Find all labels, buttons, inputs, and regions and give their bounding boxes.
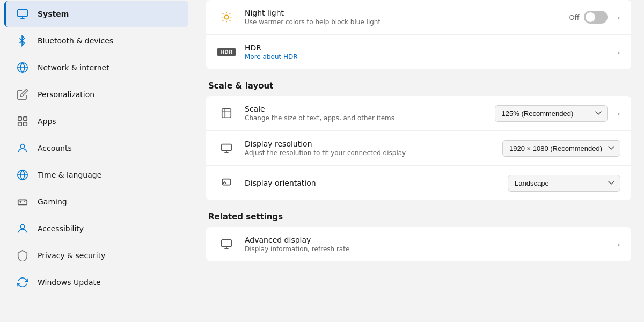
sidebar-item-gaming[interactable]: Gaming: [4, 189, 188, 215]
scale-layout-card: Scale Change the size of text, apps, and…: [206, 96, 631, 200]
svg-rect-10: [222, 109, 231, 118]
row-title: Advanced display: [245, 236, 613, 244]
sidebar-item-label: Network & internet: [38, 63, 109, 72]
dropdown-display-resolution[interactable]: 1920 × 1080 (Recommended)1280 × 7201600 …: [502, 140, 620, 157]
toggle-switch[interactable]: [584, 11, 608, 24]
row-text: Display orientation: [245, 179, 508, 187]
orientation-icon: [217, 173, 236, 193]
chevron-right-icon: ›: [617, 108, 620, 119]
row-subtitle: More about HDR: [245, 53, 613, 61]
row-text: Night light Use warmer colors to help bl…: [245, 9, 569, 26]
shield-icon: [15, 248, 30, 263]
row-title: Display orientation: [245, 179, 508, 187]
row-title: HDR: [245, 43, 613, 52]
sidebar-item-apps[interactable]: Apps: [4, 108, 188, 134]
row-control[interactable]: LandscapePortraitLandscape (flipped)Port…: [508, 175, 620, 192]
row-text: Advanced display Display information, re…: [245, 236, 613, 253]
sidebar-item-update[interactable]: Windows Update: [4, 269, 188, 295]
hdr-icon: HDR: [217, 42, 236, 62]
pencil-icon: [15, 87, 30, 102]
sidebar-item-label: Accessibility: [38, 224, 84, 233]
svg-rect-12: [223, 179, 231, 185]
apps-icon: [15, 114, 30, 129]
monitor-icon: [15, 6, 30, 21]
related-settings-header: Related settings: [206, 202, 631, 227]
sidebar-item-accessibility[interactable]: Accessibility: [4, 216, 188, 241]
refresh-icon: [15, 275, 30, 290]
monitor-small-icon: [217, 138, 236, 158]
person-icon: [15, 221, 30, 236]
chevron-right-icon: ›: [617, 47, 620, 57]
main-content: Night light Use warmer colors to help bl…: [193, 0, 644, 322]
row-subtitle: Adjust the resolution to fit your connec…: [245, 149, 502, 157]
row-text: Scale Change the size of text, apps, and…: [245, 105, 495, 122]
svg-rect-11: [222, 144, 231, 151]
sidebar-item-label: Gaming: [38, 197, 67, 206]
person-icon: [15, 141, 30, 156]
row-title: Display resolution: [245, 140, 502, 148]
svg-rect-5: [24, 122, 27, 126]
bluetooth-icon: [15, 33, 30, 48]
row-control[interactable]: 1920 × 1080 (Recommended)1280 × 7201600 …: [502, 140, 620, 157]
related-settings-card: Advanced display Display information, re…: [206, 227, 631, 261]
dropdown-display-orientation[interactable]: LandscapePortraitLandscape (flipped)Port…: [508, 175, 620, 192]
svg-rect-2: [18, 117, 21, 120]
resize-icon: [217, 104, 236, 123]
chevron-right-icon: ›: [617, 239, 620, 250]
row-subtitle: Change the size of text, apps, and other…: [245, 114, 495, 122]
sidebar-item-label: Privacy & security: [38, 251, 105, 260]
setting-row-advanced-display[interactable]: Advanced display Display information, re…: [206, 227, 631, 261]
row-subtitle: Display information, refresh rate: [245, 245, 613, 253]
sun-icon: [217, 8, 236, 27]
sidebar-item-label: Time & language: [38, 171, 101, 179]
sidebar-item-label: Windows Update: [38, 278, 101, 287]
svg-point-6: [20, 144, 24, 148]
row-text: HDR More about HDR: [245, 43, 613, 61]
svg-point-9: [224, 15, 228, 19]
sidebar-item-label: System: [38, 10, 69, 18]
globe-icon: [15, 60, 30, 75]
sidebar-item-network[interactable]: Network & internet: [4, 55, 188, 80]
setting-row-hdr[interactable]: HDR HDR More about HDR ›: [206, 35, 631, 69]
setting-row-night-light[interactable]: Night light Use warmer colors to help bl…: [206, 0, 631, 35]
row-subtitle: Use warmer colors to help block blue lig…: [245, 18, 569, 26]
svg-point-8: [20, 225, 24, 229]
sidebar-item-time[interactable]: Time & language: [4, 162, 188, 188]
sidebar-item-label: Personalization: [38, 90, 94, 99]
sidebar-item-label: Accounts: [38, 144, 72, 152]
row-title: Night light: [245, 9, 569, 17]
sidebar-item-label: Apps: [38, 117, 56, 126]
top-settings-card: Night light Use warmer colors to help bl…: [206, 0, 631, 69]
svg-rect-13: [222, 240, 231, 247]
sidebar-item-accounts[interactable]: Accounts: [4, 135, 188, 161]
dropdown-scale[interactable]: 100%125% (Recommended)150%175%: [495, 105, 608, 122]
sidebar-item-personalization[interactable]: Personalization: [4, 82, 188, 107]
row-text: Display resolution Adjust the resolution…: [245, 140, 502, 157]
svg-rect-0: [18, 10, 27, 17]
monitor-outline-icon: [217, 235, 236, 254]
svg-rect-4: [18, 122, 21, 126]
svg-rect-3: [24, 117, 27, 120]
sidebar: System Bluetooth & devices Network & int…: [0, 0, 193, 322]
setting-row-display-orientation[interactable]: Display orientation LandscapePortraitLan…: [206, 166, 631, 200]
sidebar-item-system[interactable]: System: [4, 1, 188, 27]
sidebar-item-privacy[interactable]: Privacy & security: [4, 243, 188, 268]
setting-row-display-resolution[interactable]: Display resolution Adjust the resolution…: [206, 131, 631, 166]
row-control[interactable]: 100%125% (Recommended)150%175% ›: [495, 105, 620, 122]
chevron-right-icon: ›: [617, 12, 620, 23]
row-control[interactable]: Off ›: [569, 11, 620, 24]
sidebar-item-label: Bluetooth & devices: [38, 36, 113, 45]
gamepad-icon: [15, 194, 30, 209]
globe-icon: [15, 167, 30, 182]
row-title: Scale: [245, 105, 495, 113]
sidebar-item-bluetooth[interactable]: Bluetooth & devices: [4, 28, 188, 54]
setting-row-scale[interactable]: Scale Change the size of text, apps, and…: [206, 96, 631, 131]
scale-layout-header: Scale & layout: [206, 71, 631, 96]
toggle-label: Off: [569, 13, 579, 21]
